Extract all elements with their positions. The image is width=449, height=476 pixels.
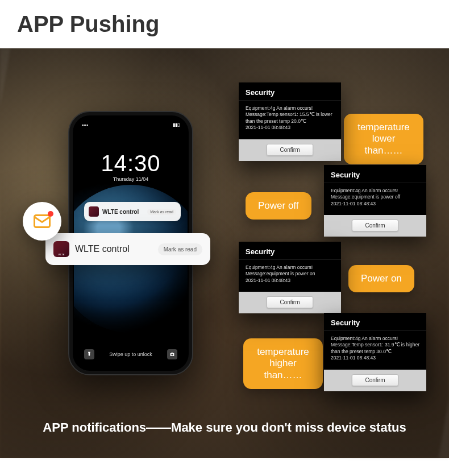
clock-date: Thursday 11/04	[74, 176, 188, 182]
dialog-body: Equipment:4g An alarm occurs! Message:Te…	[324, 331, 426, 370]
camera-icon[interactable]	[167, 349, 177, 359]
security-dialog-temp-high: Security Equipment:4g An alarm occurs! M…	[324, 313, 426, 391]
confirm-button[interactable]: Confirm	[352, 220, 398, 231]
tag-power-off: Power off	[246, 192, 311, 220]
notification-app-name: WLTE control	[75, 244, 152, 254]
swipe-hint-row: Swipe up to unlock	[74, 349, 188, 359]
swipe-hint: Swipe up to unlock	[109, 351, 152, 357]
page-title: APP Pushing	[0, 0, 449, 48]
unread-dot-icon	[48, 211, 53, 217]
hero-panel: •••• ▮▮▯ 14:30 Thursday 11/04 WLTE contr…	[0, 48, 449, 458]
dialog-title: Security	[324, 313, 426, 331]
notification-small[interactable]: WLTE control Mark as read	[84, 202, 181, 221]
tag-temp-low: temperature lower than……	[344, 114, 423, 164]
phone-notch	[105, 117, 156, 127]
lock-clock: 14:30 Thursday 11/04	[74, 151, 188, 182]
clock-time: 14:30	[74, 151, 188, 176]
confirm-button[interactable]: Confirm	[352, 374, 398, 386]
security-dialog-power-on: Security Equipment:4g An alarm occurs! M…	[239, 242, 341, 313]
dialog-body: Equipment:4g An alarm occurs! Message:eq…	[324, 183, 426, 215]
confirm-button[interactable]: Confirm	[267, 296, 313, 308]
notification-app-name: WLTE control	[102, 209, 144, 215]
tag-temp-high: temperature higher than……	[243, 338, 323, 389]
dialog-title: Security	[239, 242, 341, 260]
flashlight-icon[interactable]	[84, 349, 94, 359]
dialog-body: Equipment:4g An alarm occurs! Message:eq…	[239, 260, 341, 292]
dialog-title: Security	[239, 82, 341, 101]
security-dialog-temp-low: Security Equipment:4g An alarm occurs! M…	[239, 82, 341, 161]
confirm-button[interactable]: Confirm	[267, 144, 313, 156]
battery-icon: ▮▮▯	[173, 122, 180, 127]
mark-read-button[interactable]: Mark as read	[158, 243, 202, 255]
security-dialog-power-off: Security Equipment:4g An alarm occurs! M…	[324, 165, 426, 237]
signal-icon: ••••	[82, 122, 88, 127]
caption: APP notifications——Make sure you don't m…	[0, 420, 449, 435]
mail-badge	[23, 202, 61, 241]
notification-large[interactable]: WLTE control Mark as read	[45, 233, 210, 265]
app-icon	[89, 206, 99, 217]
mark-read-button[interactable]: Mark as read	[147, 209, 176, 215]
dialog-body: Equipment:4g An alarm occurs! Message:Te…	[239, 101, 341, 139]
app-icon	[53, 241, 69, 257]
tag-power-on: Power on	[348, 265, 414, 292]
dialog-title: Security	[324, 165, 426, 183]
